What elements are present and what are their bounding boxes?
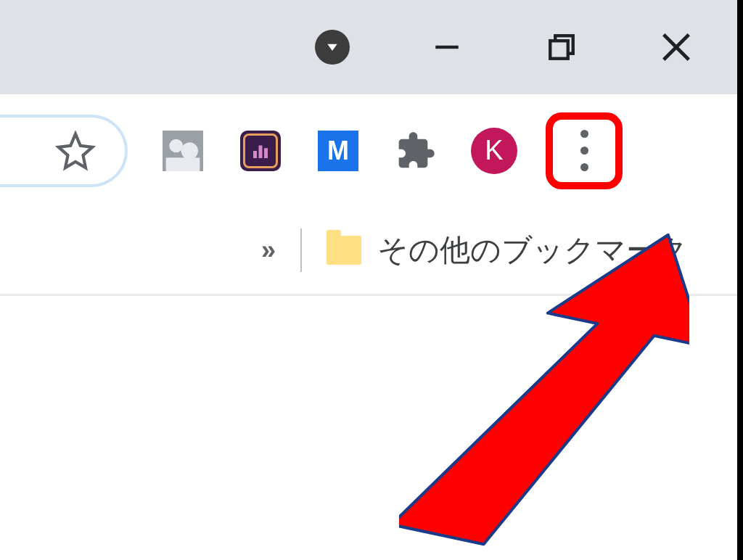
- minimize-button[interactable]: [430, 30, 464, 65]
- svg-rect-3: [550, 41, 568, 59]
- browser-toolbar: M K: [0, 94, 743, 207]
- svg-rect-12: [264, 148, 268, 158]
- svg-point-8: [181, 142, 198, 159]
- menu-button[interactable]: [546, 112, 623, 189]
- svg-marker-0: [327, 44, 337, 51]
- extension-google[interactable]: [160, 128, 205, 173]
- maximize-button[interactable]: [544, 30, 579, 65]
- maximize-icon: [546, 32, 577, 62]
- triangle-down-icon: [315, 30, 350, 65]
- svg-rect-11: [259, 145, 263, 158]
- address-bar-right: [0, 115, 128, 187]
- profile-avatar[interactable]: K: [471, 128, 517, 174]
- divider: [300, 228, 302, 272]
- kebab-dot-icon: [580, 130, 588, 138]
- bookmarks-bar: » その他のブックマーク: [0, 207, 743, 294]
- window-titlebar: [0, 0, 743, 94]
- folder-icon: [327, 236, 361, 265]
- m-letter: M: [327, 136, 349, 166]
- svg-rect-9: [166, 157, 200, 171]
- google-icon: [163, 131, 203, 171]
- extensions-button[interactable]: [393, 128, 438, 173]
- svg-rect-10: [253, 151, 257, 158]
- avatar-initial: K: [485, 135, 503, 166]
- svg-point-7: [169, 139, 183, 152]
- extension-m[interactable]: M: [316, 128, 361, 173]
- bookmark-star-button[interactable]: [55, 131, 96, 171]
- minimize-icon: [432, 32, 462, 62]
- dropdown-button[interactable]: [315, 30, 350, 65]
- m-icon: M: [318, 131, 358, 171]
- puzzle-icon: [395, 131, 436, 171]
- analytics-icon: [240, 131, 281, 171]
- other-bookmarks-button[interactable]: その他のブックマーク: [327, 230, 688, 271]
- star-icon: [55, 131, 96, 171]
- page-content: [0, 296, 743, 560]
- close-button[interactable]: [659, 30, 694, 65]
- other-bookmarks-label: その他のブックマーク: [377, 230, 688, 271]
- bookmarks-overflow-button[interactable]: »: [261, 235, 276, 265]
- kebab-dot-icon: [580, 163, 588, 171]
- close-icon: [660, 30, 693, 64]
- extension-analytics[interactable]: [238, 128, 283, 173]
- kebab-dot-icon: [580, 147, 588, 155]
